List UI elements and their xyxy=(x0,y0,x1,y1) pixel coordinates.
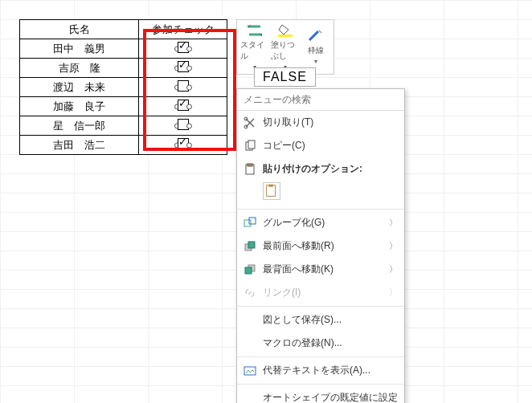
selection-handle-icon[interactable] xyxy=(186,84,192,90)
menu-item-copy[interactable]: コピー(C) xyxy=(237,134,404,157)
name-cell: 加藤 良子 xyxy=(20,97,139,116)
chevron-right-icon: 〉 xyxy=(389,263,398,275)
menu-item-label: マクロの登録(N)... xyxy=(263,336,342,350)
table-row: 田中 義男 xyxy=(20,39,227,59)
menu-item-paste-header: 貼り付けのオプション: xyxy=(237,157,404,181)
check-cell xyxy=(139,39,227,59)
menu-item-assign-macro[interactable]: マクロの登録(N)... xyxy=(237,332,404,355)
svg-rect-7 xyxy=(267,185,276,197)
send-back-icon xyxy=(243,263,256,276)
copy-icon xyxy=(243,140,256,153)
menu-item-label: グループ化(G) xyxy=(263,216,325,230)
menu-item-label: 最前面へ移動(R) xyxy=(263,239,334,253)
fill-button[interactable]: 塗りつぶし ▾ xyxy=(271,22,300,72)
menu-item-label: 図として保存(S)... xyxy=(263,313,342,327)
menu-separator xyxy=(237,209,404,210)
svg-rect-10 xyxy=(249,218,256,224)
menu-item-label: リンク(I) xyxy=(263,286,301,299)
table-row: 加藤 良子 xyxy=(20,97,227,116)
svg-rect-0 xyxy=(278,35,293,37)
alt-text-icon xyxy=(243,364,256,377)
menu-item-bring-front[interactable]: 最前面へ移動(R) 〉 xyxy=(237,234,404,258)
menu-item-cut[interactable]: 切り取り(T) xyxy=(237,111,404,134)
table-header-row: 氏名 参加チェック xyxy=(20,20,227,39)
check-cell xyxy=(139,97,227,116)
menu-item-group[interactable]: グループ化(G) 〉 xyxy=(237,211,404,234)
selection-handle-icon[interactable] xyxy=(186,65,192,71)
header-name: 氏名 xyxy=(20,20,139,39)
check-cell xyxy=(139,59,227,78)
context-menu: 切り取り(T) コピー(C) 貼り付けのオプション: グループ化(G) 〉 最前… xyxy=(236,88,405,403)
paste-options-row xyxy=(237,181,404,207)
selection-handle-icon[interactable] xyxy=(186,142,192,148)
table-row: 吉原 隆 xyxy=(20,59,227,78)
menu-separator xyxy=(237,384,404,385)
name-cell: 吉原 隆 xyxy=(20,59,139,78)
svg-rect-4 xyxy=(248,140,255,149)
fill-icon xyxy=(276,23,294,38)
menu-item-default-autoshape[interactable]: オートシェイプの既定値に設定(D) xyxy=(237,386,404,403)
svg-rect-5 xyxy=(246,165,254,174)
table-row: 星 信一郎 xyxy=(20,116,227,136)
name-cell: 渡辺 未来 xyxy=(20,78,139,97)
menu-item-label: 貼り付けのオプション: xyxy=(263,162,362,176)
clipboard-icon xyxy=(243,163,256,176)
menu-search-input[interactable] xyxy=(237,89,404,111)
svg-rect-15 xyxy=(244,367,256,375)
svg-rect-12 xyxy=(248,242,255,248)
paste-option-button[interactable] xyxy=(263,182,280,200)
svg-rect-9 xyxy=(244,220,251,226)
mini-toolbar: スタイル ▾ 塗りつぶし ▾ 枠線 ▾ xyxy=(236,19,334,75)
cell-value-display: FALSE xyxy=(254,67,316,87)
menu-item-label: 代替テキストを表示(A)... xyxy=(263,364,370,377)
fill-label: 塗りつぶし xyxy=(271,39,300,62)
table-row: 吉田 浩二 xyxy=(20,136,227,155)
menu-separator xyxy=(237,356,404,357)
menu-item-label: オートシェイプの既定値に設定(D) xyxy=(263,391,398,403)
bring-front-icon xyxy=(243,240,256,253)
style-button[interactable]: スタイル ▾ xyxy=(240,22,269,72)
chevron-right-icon: 〉 xyxy=(389,217,398,229)
menu-item-send-back[interactable]: 最背面へ移動(K) 〉 xyxy=(237,258,404,281)
menu-item-label: コピー(C) xyxy=(263,139,305,153)
check-cell xyxy=(139,136,227,155)
selection-handle-icon[interactable] xyxy=(186,104,192,109)
svg-rect-6 xyxy=(248,164,252,166)
chevron-right-icon: 〉 xyxy=(389,287,398,299)
chevron-down-icon: ▾ xyxy=(314,58,317,65)
name-cell: 田中 義男 xyxy=(20,39,139,59)
selection-handle-icon[interactable] xyxy=(186,46,192,51)
header-check: 参加チェック xyxy=(139,20,227,39)
table-row: 渡辺 未来 xyxy=(20,78,227,97)
outline-label: 枠線 xyxy=(308,45,324,56)
name-cell: 星 信一郎 xyxy=(20,116,139,136)
outline-button[interactable]: 枠線 ▾ xyxy=(301,22,330,72)
outline-icon xyxy=(307,29,325,43)
style-label: スタイル xyxy=(240,39,269,62)
menu-item-label: 最背面へ移動(K) xyxy=(263,263,334,276)
menu-separator xyxy=(237,306,404,307)
participant-table: 氏名 参加チェック 田中 義男吉原 隆渡辺 未来加藤 良子星 信一郎吉田 浩二 xyxy=(19,19,227,155)
selection-handle-icon[interactable] xyxy=(186,123,192,128)
scissors-icon xyxy=(243,116,256,129)
svg-rect-8 xyxy=(268,185,272,187)
style-icon xyxy=(246,23,264,38)
link-icon xyxy=(243,287,256,299)
chevron-right-icon: 〉 xyxy=(389,240,398,252)
name-cell: 吉田 浩二 xyxy=(20,136,139,155)
group-icon xyxy=(243,217,256,230)
menu-item-link: リンク(I) 〉 xyxy=(237,281,404,304)
menu-item-alt-text[interactable]: 代替テキストを表示(A)... xyxy=(237,359,404,382)
svg-rect-14 xyxy=(245,267,252,274)
check-cell xyxy=(139,78,227,97)
menu-item-label: 切り取り(T) xyxy=(263,116,313,129)
check-cell xyxy=(139,116,227,136)
menu-item-save-picture[interactable]: 図として保存(S)... xyxy=(237,308,404,332)
